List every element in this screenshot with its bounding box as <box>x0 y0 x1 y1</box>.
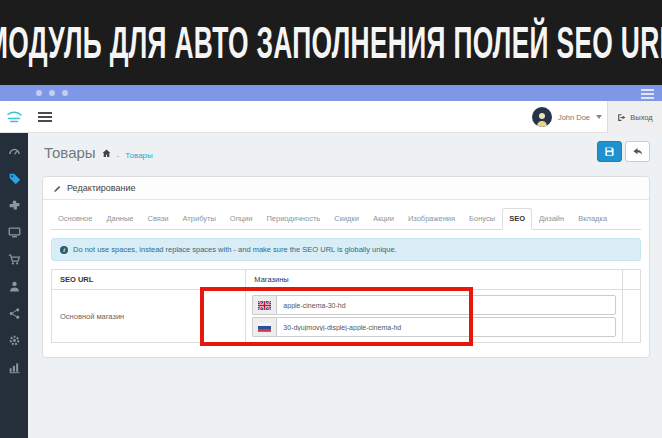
sidebar-item-customers[interactable] <box>0 273 28 300</box>
alert-text: Do not use spaces, instead replace space… <box>73 245 397 254</box>
column-header-blank <box>623 270 641 290</box>
tab-связи[interactable]: Связи <box>140 208 175 230</box>
sidebar-item-system[interactable] <box>0 327 28 354</box>
opencart-logo-icon[interactable] <box>6 110 23 124</box>
back-icon <box>632 146 643 157</box>
sidebar <box>0 133 28 438</box>
tab-seo[interactable]: SEO <box>502 208 532 230</box>
page-header: Товары - Товары <box>44 144 153 161</box>
customers-icon <box>8 280 21 293</box>
sidebar-item-dashboard[interactable] <box>0 138 28 165</box>
promo-banner: МОДУЛЬ ДЛЯ АВТО ЗАПОЛНЕНИЯ ПОЛЕЙ SEO URL <box>0 0 662 85</box>
top-navbar: John Doe Выход <box>0 101 662 133</box>
extensions-icon <box>8 199 21 212</box>
logout-button[interactable]: Выход <box>607 101 662 133</box>
sidebar-item-catalog[interactable] <box>0 165 28 192</box>
panel-heading-label: Редактирование <box>67 183 136 193</box>
info-circle-icon: i <box>60 246 68 254</box>
logout-label: Выход <box>630 113 652 122</box>
caret-down-icon <box>596 115 602 119</box>
sign-out-icon <box>617 113 626 122</box>
tab-опции[interactable]: Опции <box>223 208 260 230</box>
breadcrumb-separator: - <box>117 151 120 160</box>
tab-вкладка[interactable]: Вкладка <box>571 208 614 230</box>
dashboard-icon <box>8 145 21 158</box>
sidebar-item-sales[interactable] <box>0 246 28 273</box>
back-button[interactable] <box>625 141 650 162</box>
sales-cart-icon <box>8 253 21 266</box>
tab-атрибуты[interactable]: Атрибуты <box>176 208 223 230</box>
save-button[interactable] <box>597 141 622 162</box>
tab-скидки[interactable]: Скидки <box>327 208 366 230</box>
sidebar-item-reports[interactable] <box>0 354 28 381</box>
tab-данные[interactable]: Данные <box>99 208 140 230</box>
tab-изображения[interactable]: Изображения <box>401 208 462 230</box>
tab-bar: ОсновноеДанныеСвязиАтрибутыОпцииПериодич… <box>51 208 641 230</box>
titlebar-menu-icon[interactable] <box>641 89 654 101</box>
annotation-highlight-box <box>200 287 473 346</box>
reports-chart-icon <box>8 361 21 374</box>
menu-hamburger-icon[interactable] <box>38 112 52 124</box>
user-name: John Doe <box>558 113 590 122</box>
main-content: Товары - Товары Редактирование ОсновноеД… <box>28 133 662 438</box>
panel-heading: Редактирование <box>43 177 649 200</box>
tab-дизайн[interactable]: Дизайн <box>532 208 571 230</box>
tab-акции[interactable]: Акции <box>366 208 401 230</box>
pencil-icon <box>53 184 62 193</box>
page-title: Товары <box>44 144 96 161</box>
system-gear-icon <box>8 334 21 347</box>
window-control-dots[interactable] <box>36 90 68 96</box>
user-menu[interactable]: John Doe <box>532 101 602 133</box>
tab-основное[interactable]: Основное <box>51 208 99 230</box>
home-icon[interactable] <box>102 149 111 158</box>
toolbar <box>597 141 650 162</box>
sidebar-item-extensions[interactable] <box>0 192 28 219</box>
save-icon <box>604 146 615 157</box>
design-icon <box>8 226 21 239</box>
marketing-icon <box>8 307 21 320</box>
user-avatar <box>532 107 552 127</box>
promo-banner-title: МОДУЛЬ ДЛЯ АВТО ЗАПОЛНЕНИЯ ПОЛЕЙ SEO URL <box>0 18 662 68</box>
tab-бонусы[interactable]: Бонусы <box>462 208 502 230</box>
blank-cell <box>623 290 641 343</box>
sidebar-item-design[interactable] <box>0 219 28 246</box>
window-titlebar <box>0 85 662 101</box>
breadcrumb[interactable]: Товары <box>125 151 153 160</box>
catalog-tag-icon <box>8 172 21 185</box>
tab-периодичность[interactable]: Периодичность <box>259 208 327 230</box>
sidebar-item-marketing[interactable] <box>0 300 28 327</box>
seo-info-alert: i Do not use spaces, instead replace spa… <box>51 238 641 261</box>
